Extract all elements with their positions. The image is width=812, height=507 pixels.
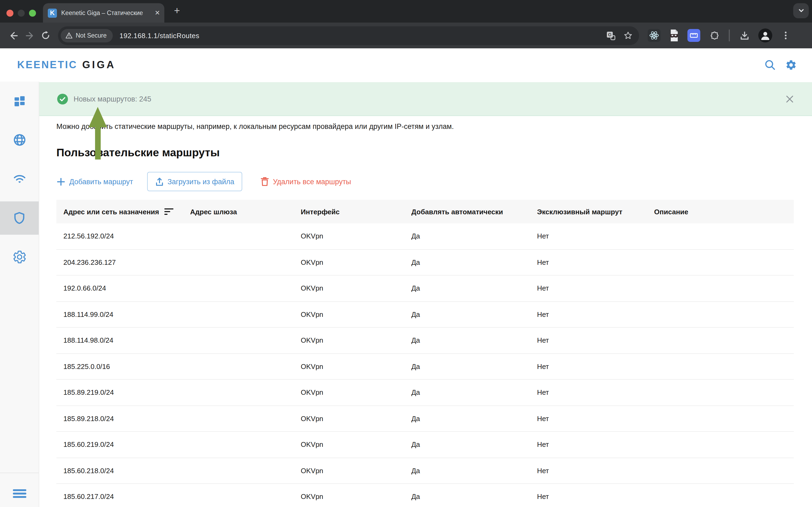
app-header: KEENETICGIGA [0, 48, 812, 81]
upload-icon [155, 177, 164, 186]
extension-mask-document[interactable] [668, 29, 681, 42]
page-title: Пользовательские маршруты [56, 146, 220, 159]
gear-outline-icon [12, 249, 26, 264]
toolbar-divider [729, 30, 730, 41]
sidebar-item-internet[interactable] [0, 123, 39, 156]
intro-text: Можно добавить статические маршруты, нап… [56, 122, 454, 130]
extension-react-devtools[interactable] [648, 29, 660, 42]
new-tab-button[interactable]: + [174, 5, 180, 17]
tab-search-button[interactable] [793, 3, 809, 18]
reload-icon [41, 31, 51, 40]
table-row[interactable]: 204.236.236.127 OKVpn Да Нет [56, 249, 794, 276]
cell-exclusive: Нет [530, 415, 647, 423]
browser-tab[interactable]: K Keenetic Giga – Статические ✕ [43, 3, 164, 22]
cell-destination: 185.89.219.0/24 [56, 389, 183, 397]
tab-close-icon[interactable]: ✕ [155, 9, 160, 17]
table-row[interactable]: 212.56.192.0/24 OKVpn Да Нет [56, 223, 794, 249]
cell-exclusive: Нет [530, 362, 647, 371]
trash-icon [261, 177, 269, 186]
table-row[interactable]: 185.89.219.0/24 OKVpn Да Нет [56, 380, 794, 406]
cell-interface: OKVpn [294, 362, 404, 371]
success-check-icon [57, 93, 68, 105]
col-exclusive: Эксклюзивный маршрут [530, 208, 647, 216]
table-row[interactable]: 185.225.0.0/16 OKVpn Да Нет [56, 354, 794, 380]
upload-from-file-button[interactable]: Загрузить из файла [147, 172, 242, 191]
cell-exclusive: Нет [530, 441, 647, 449]
not-secure-chip[interactable]: Not Secure [61, 29, 113, 42]
extension-ruler[interactable] [687, 29, 700, 42]
window-controls [6, 10, 36, 17]
url-text: 192.168.1.1/staticRoutes [119, 32, 199, 40]
cell-destination: 185.60.218.0/24 [56, 467, 183, 475]
wifi-icon [12, 171, 26, 185]
window-minimize-button[interactable] [18, 10, 25, 17]
delete-all-routes-button[interactable]: Удалить все маршруты [261, 177, 351, 186]
settings-gear-icon[interactable] [785, 59, 797, 71]
address-bar[interactable]: Not Secure 192.168.1.1/staticRoutes G [58, 26, 639, 45]
forward-arrow-icon [26, 32, 32, 39]
table-row[interactable]: 188.114.99.0/24 OKVpn Да Нет [56, 301, 794, 328]
browser-menu-button[interactable] [779, 29, 792, 42]
cell-interface: OKVpn [294, 415, 404, 423]
table-row[interactable]: 192.0.66.0/24 OKVpn Да Нет [56, 276, 794, 301]
person-icon [758, 29, 772, 43]
cell-exclusive: Нет [530, 467, 647, 475]
table-row[interactable]: 185.89.218.0/24 OKVpn Да Нет [56, 406, 794, 432]
three-dots-icon [781, 31, 790, 40]
cell-interface: OKVpn [294, 493, 404, 501]
actions-bar: Добавить маршрут Загрузить из файла [56, 171, 351, 192]
table-row[interactable]: 185.60.219.0/24 OKVpn Да Нет [56, 432, 794, 458]
window-close-button[interactable] [6, 10, 13, 17]
sidebar [0, 81, 39, 507]
downloads-button[interactable] [738, 29, 751, 42]
search-icon[interactable] [764, 59, 776, 71]
cell-destination: 192.0.66.0/24 [56, 284, 183, 292]
tab-title: Keenetic Giga – Статические [61, 10, 143, 16]
translate-icon[interactable]: G [606, 31, 616, 40]
col-destination[interactable]: Адрес или сеть назначения [56, 208, 183, 216]
sort-icon[interactable] [165, 208, 174, 215]
cell-auto-add: Да [404, 258, 530, 266]
col-destination-label: Адрес или сеть назначения [63, 208, 159, 216]
sidebar-item-wifi[interactable] [0, 162, 39, 195]
plus-icon [56, 177, 65, 186]
keenetic-favicon-icon: K [48, 8, 57, 17]
table-row[interactable]: 188.114.98.0/24 OKVpn Да Нет [56, 328, 794, 354]
profile-avatar[interactable] [758, 29, 772, 43]
col-gateway: Адрес шлюза [183, 208, 294, 216]
cell-destination: 185.89.218.0/24 [56, 415, 183, 423]
atom-icon [649, 31, 659, 40]
reload-button[interactable] [38, 27, 54, 44]
back-arrow-icon [11, 32, 17, 39]
sidebar-item-security[interactable] [0, 202, 39, 235]
banner-close-icon[interactable] [786, 95, 794, 103]
cell-exclusive: Нет [530, 284, 647, 292]
add-route-button[interactable]: Добавить маршрут [56, 177, 133, 186]
sidebar-item-management[interactable] [0, 240, 39, 273]
col-interface: Интерфейс [294, 208, 404, 216]
cell-destination: 185.60.219.0/24 [56, 441, 183, 449]
sidebar-menu-toggle[interactable] [0, 477, 39, 507]
window-titlebar: K Keenetic Giga – Статические ✕ + [0, 0, 812, 22]
cell-interface: OKVpn [294, 389, 404, 397]
cell-auto-add: Да [404, 389, 530, 397]
table-row[interactable]: 185.60.218.0/24 OKVpn Да Нет [56, 458, 794, 484]
forward-button[interactable] [21, 27, 38, 44]
cell-interface: OKVpn [294, 284, 404, 292]
cell-destination: 188.114.99.0/24 [56, 311, 183, 319]
bookmark-star-icon[interactable] [624, 31, 633, 40]
browser-toolbar: Not Secure 192.168.1.1/staticRoutes G [0, 22, 812, 48]
table-row[interactable]: 185.60.217.0/24 OKVpn Да Нет [56, 484, 794, 507]
sidebar-divider [0, 472, 39, 473]
brand-keenetic: KEENETIC [17, 59, 77, 70]
puzzle-icon [709, 30, 719, 41]
cell-auto-add: Да [404, 336, 530, 344]
sidebar-item-dashboard[interactable] [0, 84, 39, 118]
cell-auto-add: Да [404, 232, 530, 240]
cell-interface: OKVpn [294, 467, 404, 475]
window-zoom-button[interactable] [29, 10, 36, 17]
cell-auto-add: Да [404, 284, 530, 292]
globe-icon [12, 132, 26, 147]
extensions-puzzle-button[interactable] [707, 29, 720, 42]
back-button[interactable] [5, 27, 21, 44]
